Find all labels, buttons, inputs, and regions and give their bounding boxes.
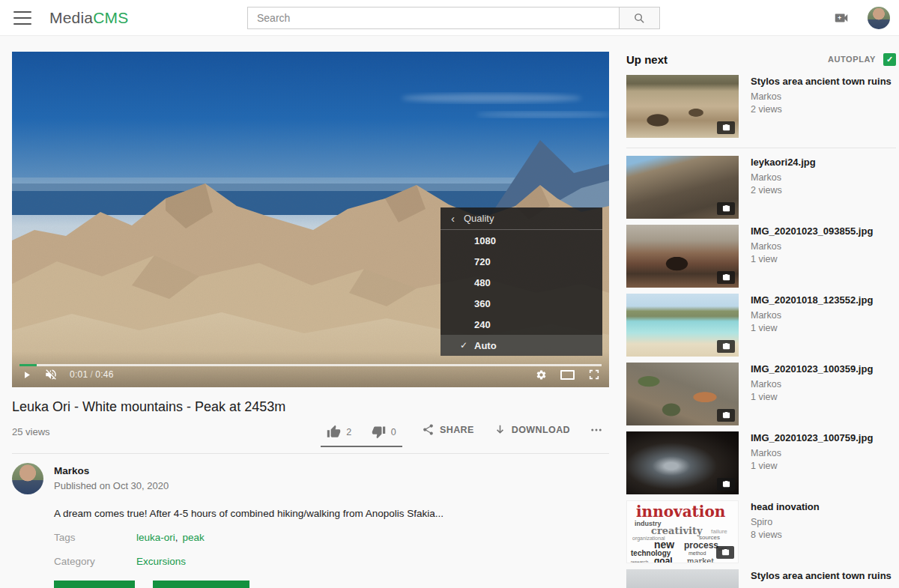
up-next-item-views: 1 view	[751, 461, 896, 471]
settings-button[interactable]	[536, 369, 547, 381]
tag-link-leuka-ori[interactable]: leuka-ori	[136, 532, 183, 543]
up-next-item[interactable]: IMG_20201023_100359.jpg Markos 1 view	[626, 363, 896, 425]
up-next-item-views: 1 view	[751, 323, 896, 333]
share-button[interactable]: SHARE	[422, 422, 474, 436]
media-description: A dream comes true! After 4-5 hours of c…	[54, 508, 609, 519]
camera-badge	[717, 409, 735, 422]
category-label: Category	[54, 556, 136, 567]
top-right-actions: +	[833, 0, 890, 36]
menu-button[interactable]	[13, 11, 31, 25]
up-next-item-author: Markos	[751, 310, 896, 321]
share-icon	[422, 423, 435, 436]
camera-icon	[722, 342, 730, 351]
theater-mode-button[interactable]	[560, 370, 575, 380]
media-thumbnail[interactable]	[626, 363, 739, 425]
media-thumbnail[interactable]	[626, 225, 739, 288]
up-next-item[interactable]: IMG_20201023_100759.jpg Markos 1 view	[626, 431, 896, 494]
camera-badge	[717, 340, 735, 353]
time-duration: 0:46	[95, 369, 114, 380]
media-thumbnail[interactable]	[626, 156, 739, 219]
media-thumbnail[interactable]	[626, 75, 739, 138]
up-next-item-title[interactable]: IMG_20201023_100759.jpg	[751, 432, 896, 444]
quality-option-label: 240	[474, 319, 491, 330]
up-next-item[interactable]: leykaori24.jpg Markos 2 views	[626, 156, 896, 219]
video-player[interactable]: ‹ Quality 1080720480360240✓Auto 0:01/0:4…	[12, 52, 609, 387]
autoplay-label: AUTOPLAY	[828, 55, 876, 64]
media-thumbnail[interactable]	[626, 294, 739, 357]
download-button[interactable]: DOWNLOAD	[494, 422, 570, 436]
fullscreen-icon	[588, 369, 600, 381]
autoplay-checkbox[interactable]: ✓	[883, 53, 896, 66]
time-current: 0:01	[70, 369, 88, 380]
up-next-item-title[interactable]: Stylos area ancient town ruins	[751, 76, 896, 88]
mute-button[interactable]	[44, 368, 58, 381]
up-next-item-author: Spiro	[751, 517, 896, 527]
logo-media-text: Media	[49, 9, 93, 26]
volume-off-icon	[44, 368, 58, 381]
media-title: Leuka Ori - White mountains - Peak at 24…	[12, 399, 609, 415]
quality-option-240[interactable]: 240	[441, 314, 602, 335]
quality-option-480[interactable]: 480	[441, 272, 602, 293]
camera-icon	[721, 548, 730, 557]
action-bar: 2 0 SHARE DOWNLOAD	[321, 422, 609, 447]
up-next-item-author: Markos	[751, 241, 896, 252]
quality-menu-back[interactable]: ‹ Quality	[441, 207, 602, 230]
author-avatar[interactable]	[12, 463, 43, 494]
delete-media-button[interactable]: DELETE MEDIA	[153, 581, 249, 588]
download-icon	[494, 423, 506, 436]
player-controls-left: 0:01/0:46	[21, 366, 114, 384]
logo[interactable]: MediaCMS	[49, 9, 128, 27]
user-avatar[interactable]	[868, 7, 890, 29]
up-next-item[interactable]: Stylos area ancient town ruins Markos 2 …	[626, 75, 896, 138]
hamburger-icon	[13, 11, 31, 13]
quality-option-1080[interactable]: 1080	[441, 230, 602, 251]
category-row: Category Excursions	[54, 556, 609, 567]
media-thumbnail[interactable]	[626, 569, 739, 588]
more-horizontal-icon	[590, 423, 603, 437]
svg-text:+: +	[838, 15, 841, 22]
media-thumbnail[interactable]	[626, 431, 739, 494]
up-next-item-views: 1 view	[751, 392, 896, 402]
camera-icon	[722, 273, 730, 282]
gear-icon	[536, 369, 547, 381]
edit-media-button[interactable]: EDIT MEDIA	[54, 581, 135, 588]
up-next-item[interactable]: IMG_20201018_123552.jpg Markos 1 view	[626, 294, 896, 357]
dislike-button[interactable]: 0	[372, 423, 396, 439]
like-button[interactable]: 2	[327, 423, 351, 439]
quality-option-label: 360	[474, 298, 491, 309]
more-options-button[interactable]	[590, 422, 603, 437]
quality-option-label: Auto	[474, 340, 497, 351]
up-next-item[interactable]: IMG_20201023_093855.jpg Markos 1 view	[626, 225, 896, 288]
tag-link-peak[interactable]: peak	[183, 532, 205, 543]
up-next-item-title[interactable]: Stylos area ancient town ruins	[751, 570, 896, 582]
up-next-item[interactable]: Stylos area ancient town ruins	[626, 569, 896, 588]
upload-media-button[interactable]: +	[833, 10, 850, 26]
up-next-item[interactable]: failureuseresearchmarketgoalmethodtechno…	[626, 500, 896, 563]
up-next-item-title[interactable]: IMG_20201023_093855.jpg	[751, 225, 896, 237]
dislike-count: 0	[391, 427, 396, 437]
author-name[interactable]: Markos	[54, 465, 169, 476]
play-button[interactable]	[21, 369, 32, 381]
media-thumbnail[interactable]: failureuseresearchmarketgoalmethodtechno…	[626, 500, 739, 563]
quality-option-auto[interactable]: ✓Auto	[441, 335, 602, 356]
admin-actions: EDIT MEDIA DELETE MEDIA	[54, 581, 609, 588]
wordcloud-word: industry	[635, 520, 662, 527]
search-input[interactable]	[247, 7, 619, 29]
fullscreen-button[interactable]	[588, 369, 600, 381]
quality-option-label: 720	[474, 256, 491, 267]
quality-menu-title: Quality	[464, 213, 494, 224]
up-next-item-title[interactable]: head inovation	[751, 501, 896, 513]
media-column: ‹ Quality 1080720480360240✓Auto 0:01/0:4…	[12, 52, 609, 588]
category-link[interactable]: Excursions	[136, 556, 186, 567]
search-button[interactable]	[619, 7, 660, 29]
quality-option-360[interactable]: 360	[441, 293, 602, 314]
logo-cms-text: CMS	[93, 9, 128, 26]
up-next-item-title[interactable]: IMG_20201018_123552.jpg	[751, 294, 896, 306]
up-next-item-title[interactable]: IMG_20201023_100359.jpg	[751, 363, 896, 375]
quality-option-720[interactable]: 720	[441, 251, 602, 272]
up-next-item-views: 8 views	[751, 530, 896, 540]
camera-badge	[716, 546, 734, 559]
up-next-item-title[interactable]: leykaori24.jpg	[751, 157, 896, 169]
upload-video-icon: +	[833, 10, 850, 26]
up-next-item-author: Markos	[751, 448, 896, 458]
